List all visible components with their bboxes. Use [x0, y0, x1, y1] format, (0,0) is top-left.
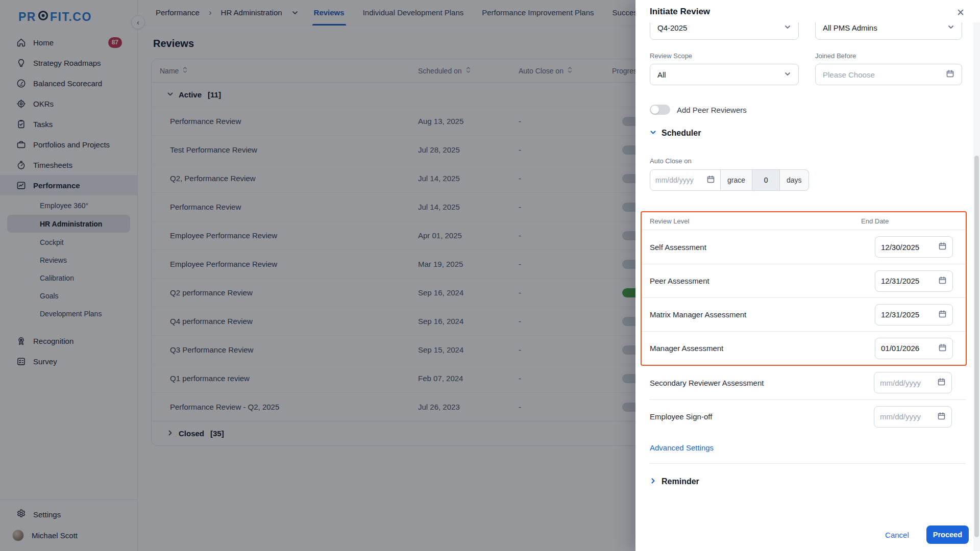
admins-select[interactable]: All PMS Admins [815, 22, 962, 40]
divider [650, 463, 966, 464]
review-scope-select[interactable]: All [650, 64, 799, 85]
proceed-button[interactable]: Proceed [926, 525, 969, 544]
cancel-button[interactable]: Cancel [882, 530, 912, 540]
days-label: days [780, 169, 809, 191]
calendar-icon [938, 310, 947, 320]
chevron-down-icon [784, 23, 791, 32]
reminder-label: Reminder [662, 477, 699, 486]
levels-header-row: Review Level End Date [642, 212, 966, 230]
review-level-label: Peer Assessment [650, 277, 709, 285]
review-level-column-label: Review Level [650, 217, 861, 225]
add-peer-reviewers-label: Add Peer Reviewers [677, 106, 747, 114]
joined-before-label: Joined Before [815, 52, 962, 60]
review-level-row: Employee Sign-off mm/dd/yyyy [650, 399, 966, 433]
scheduler-section-header[interactable]: Scheduler [650, 129, 966, 138]
panel-footer: Cancel Proceed [635, 518, 980, 551]
end-date-input[interactable]: 01/01/2026 [875, 338, 953, 359]
review-level-row: Peer Assessment 12/31/2025 [642, 264, 966, 297]
grace-days-input[interactable]: 0 [752, 169, 780, 191]
calendar-icon [938, 343, 947, 354]
auto-close-date-input[interactable]: mm/dd/yyyy [650, 169, 721, 191]
chevron-down-icon [784, 70, 791, 79]
calendar-icon [937, 412, 946, 422]
auto-close-group: mm/dd/yyyy grace 0 days [650, 169, 966, 191]
chevron-down-icon [650, 129, 656, 138]
panel-scrollbar-thumb[interactable] [974, 156, 979, 537]
chevron-down-icon [947, 23, 954, 32]
review-level-label: Manager Assessment [650, 344, 723, 353]
review-level-row: Matrix Manager Assessment 12/31/2025 [642, 297, 966, 331]
panel-title: Initiate Review [650, 7, 710, 16]
calendar-icon [938, 242, 947, 252]
calendar-icon [706, 175, 715, 185]
end-date-column-label: End Date [861, 217, 953, 225]
add-peer-reviewers-toggle[interactable]: Add Peer Reviewers [650, 105, 966, 115]
auto-close-label: Auto Close on [650, 157, 966, 165]
advanced-settings-link[interactable]: Advanced Settings [650, 443, 714, 452]
review-scope-label: Review Scope [650, 52, 799, 60]
review-levels-highlight-box: Review Level End Date Self Assessment 12… [641, 211, 967, 366]
calendar-icon [938, 276, 947, 286]
review-level-label: Employee Sign-off [650, 412, 712, 421]
initiate-review-panel: Initiate Review ✕ Q4-2025 All PMS Admins… [635, 0, 980, 551]
panel-scrollbar-track[interactable] [973, 20, 980, 551]
review-level-row: Secondary Reviewer Assessment mm/dd/yyyy [650, 366, 966, 399]
review-level-row: Manager Assessment 01/01/2026 [642, 331, 966, 365]
panel-body: Q4-2025 All PMS Admins Review Scope Join… [635, 22, 973, 518]
review-level-label: Self Assessment [650, 243, 706, 252]
app-root: PR FIT.CO Home 87 Strategy Roadmaps Bala… [0, 0, 980, 551]
close-icon[interactable]: ✕ [953, 6, 968, 19]
panel-header: Initiate Review ✕ [635, 0, 980, 22]
end-date-input[interactable]: mm/dd/yyyy [874, 372, 952, 393]
review-level-label: Matrix Manager Assessment [650, 310, 746, 319]
chevron-right-icon [650, 477, 656, 486]
joined-before-input[interactable]: Please Choose [815, 64, 962, 85]
calendar-icon [937, 378, 946, 388]
toggle-off-icon [650, 105, 670, 115]
review-level-label: Secondary Reviewer Assessment [650, 379, 764, 387]
reminder-section-header[interactable]: Reminder [650, 477, 966, 486]
review-level-row: Self Assessment 12/30/2025 [642, 230, 966, 264]
end-date-input[interactable]: mm/dd/yyyy [874, 406, 952, 428]
calendar-icon [946, 69, 954, 80]
end-date-input[interactable]: 12/31/2025 [875, 270, 953, 292]
end-date-input[interactable]: 12/30/2025 [875, 236, 953, 258]
scheduler-label: Scheduler [662, 129, 701, 138]
grace-label: grace [721, 169, 752, 191]
end-date-input[interactable]: 12/31/2025 [875, 304, 953, 325]
review-period-select[interactable]: Q4-2025 [650, 22, 799, 40]
